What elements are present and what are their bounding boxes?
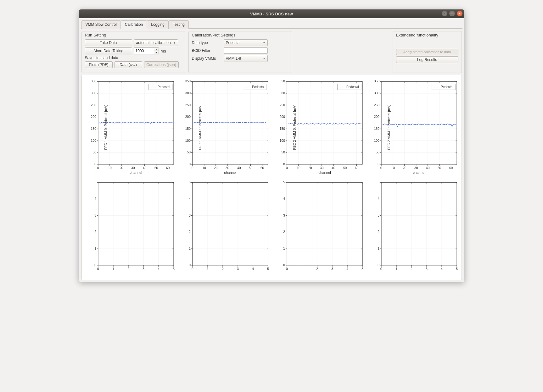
log-results-button[interactable]: Log Results	[396, 56, 458, 63]
tab-calibration[interactable]: Calibration	[121, 20, 147, 29]
empty-chart: 012345012345	[178, 179, 271, 278]
svg-text:4: 4	[94, 197, 96, 201]
svg-text:50: 50	[249, 166, 253, 170]
panel-title-run: Run Setting	[85, 33, 182, 37]
svg-text:5: 5	[361, 267, 363, 271]
calib-mode-value: automatic calibration	[136, 41, 171, 45]
bcid-label: BCID Filter	[192, 48, 222, 53]
svg-text:20: 20	[308, 166, 312, 170]
svg-rect-370	[287, 182, 362, 265]
svg-text:4: 4	[346, 267, 348, 271]
svg-text:5: 5	[189, 180, 191, 184]
data-type-label: Data type	[192, 41, 222, 45]
svg-text:Pedestal: Pedestal	[441, 85, 453, 89]
display-vmms-value: VMM 1-8	[226, 56, 241, 61]
svg-text:50: 50	[376, 151, 380, 154]
timeout-input[interactable]	[134, 48, 154, 54]
svg-text:0: 0	[189, 263, 191, 267]
svg-text:150: 150	[374, 127, 379, 130]
svg-text:2: 2	[283, 230, 285, 234]
empty-chart: 012345012345	[84, 179, 177, 278]
svg-text:5: 5	[94, 180, 96, 184]
svg-text:40: 40	[332, 166, 335, 170]
abort-button[interactable]: Abort Data Taking	[85, 47, 132, 54]
display-vmms-select[interactable]: VMM 1-8 ▼	[224, 55, 268, 62]
svg-text:20: 20	[120, 166, 123, 170]
tab-vmm-slow-control[interactable]: VMM Slow Control	[81, 20, 121, 29]
maximize-icon[interactable]: □	[449, 11, 455, 16]
svg-text:350: 350	[374, 80, 379, 83]
svg-text:channel: channel	[130, 171, 142, 174]
svg-text:2: 2	[316, 267, 318, 271]
svg-text:Pedestal: Pedestal	[346, 85, 359, 89]
pedestal-chart: FEC 2 VMM 1: Pedestal [mV]01020304050600…	[367, 78, 460, 177]
minimize-icon[interactable]: –	[442, 11, 447, 16]
tab-testing[interactable]: Testing	[169, 20, 189, 29]
chart-y-label: FEC 2 VMM 1: Pedestal [mV]	[387, 105, 391, 150]
svg-text:2: 2	[378, 230, 379, 234]
titlebar[interactable]: VMM3 - SRS DCS new – □ ×	[79, 9, 464, 18]
svg-text:40: 40	[237, 166, 241, 170]
take-data-button[interactable]: Take Data	[85, 39, 132, 46]
svg-text:30: 30	[131, 166, 135, 170]
svg-text:channel: channel	[413, 171, 425, 174]
svg-text:250: 250	[280, 103, 285, 107]
svg-text:2: 2	[222, 267, 224, 271]
svg-text:150: 150	[280, 127, 285, 130]
svg-text:4: 4	[158, 267, 160, 271]
svg-text:20: 20	[403, 166, 406, 170]
svg-text:300: 300	[280, 91, 285, 95]
svg-text:60: 60	[166, 166, 170, 170]
display-vmms-label: Display VMMs	[192, 56, 222, 61]
svg-text:0: 0	[192, 267, 193, 271]
svg-text:40: 40	[143, 166, 147, 170]
svg-text:10: 10	[297, 166, 300, 170]
timeout-spinner[interactable]: ▲ ▼	[134, 47, 159, 54]
svg-text:50: 50	[154, 166, 158, 170]
svg-text:0: 0	[94, 263, 96, 267]
svg-text:2: 2	[189, 230, 191, 234]
tab-bar: VMM Slow ControlCalibrationLoggingTestin…	[81, 20, 462, 29]
svg-text:10: 10	[108, 166, 112, 170]
svg-text:5: 5	[173, 267, 175, 271]
svg-text:4: 4	[189, 197, 191, 201]
panel-calib-settings: Calibration/Plot Settings Data type Pede…	[188, 31, 292, 73]
svg-text:0: 0	[378, 263, 379, 267]
svg-text:0: 0	[286, 166, 288, 170]
svg-text:1: 1	[283, 247, 285, 250]
svg-text:3: 3	[94, 213, 96, 217]
panel-title-extended: Extendend functionality	[396, 33, 458, 37]
pedestal-chart: FEC 1 VMM 0: Pedestal [mV]01020304050600…	[84, 78, 177, 177]
app-window: VMM3 - SRS DCS new – □ × VMM Slow Contro…	[79, 9, 464, 282]
svg-text:0: 0	[378, 163, 379, 166]
tab-logging[interactable]: Logging	[147, 20, 169, 29]
svg-text:30: 30	[414, 166, 418, 170]
svg-text:10: 10	[391, 166, 395, 170]
spinner-down-icon[interactable]: ▼	[154, 51, 159, 54]
data-csv-button[interactable]: Data (csv)	[115, 61, 142, 68]
close-icon[interactable]: ×	[457, 11, 462, 16]
plots-pdf-button[interactable]: Plots (PDF)	[85, 61, 113, 68]
svg-text:3: 3	[189, 213, 191, 217]
svg-rect-210	[381, 81, 457, 164]
pedestal-chart: FEC 2 VMM 0: Pedestal [mV]01020304050600…	[272, 78, 366, 177]
svg-text:1: 1	[189, 247, 191, 250]
empty-chart: 012345012345	[272, 179, 366, 278]
svg-text:350: 350	[185, 80, 191, 83]
svg-text:1: 1	[112, 267, 114, 271]
svg-rect-419	[381, 182, 457, 265]
svg-text:3: 3	[237, 267, 239, 271]
calib-mode-select[interactable]: automatic calibration ▼	[134, 39, 178, 46]
svg-text:250: 250	[374, 103, 379, 107]
svg-text:0: 0	[97, 166, 99, 170]
panel-run-setting: Run Setting Take Data automatic calibrat…	[81, 31, 185, 73]
svg-text:4: 4	[441, 267, 443, 271]
chevron-down-icon: ▼	[263, 57, 266, 60]
svg-text:3: 3	[283, 213, 285, 217]
bcid-input[interactable]	[224, 47, 268, 54]
svg-text:0: 0	[283, 163, 285, 166]
spinner-up-icon[interactable]: ▲	[154, 48, 159, 51]
data-type-select[interactable]: Pedestal ▼	[224, 39, 268, 46]
svg-text:300: 300	[91, 91, 96, 95]
svg-text:3: 3	[143, 267, 144, 271]
